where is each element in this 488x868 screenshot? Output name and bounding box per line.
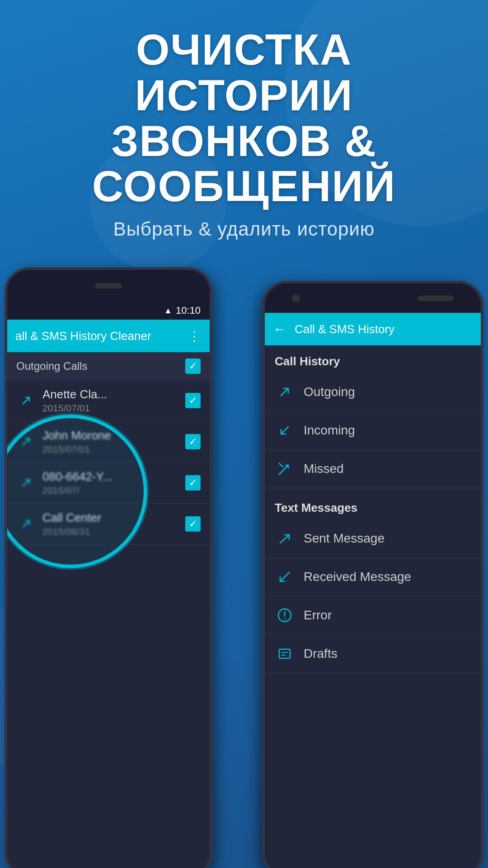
phones-container: ▲ 10:10 all & SMS History Cleaner ⋮ Outg… [0, 254, 488, 868]
svg-rect-4 [279, 649, 290, 658]
text-messages-section: Text Messages [265, 492, 481, 519]
back-button[interactable]: ← [273, 321, 286, 337]
svg-line-0 [279, 463, 283, 467]
svg-point-3 [284, 618, 286, 620]
right-app-title: Call & SMS History [295, 322, 394, 336]
call-item-checkbox-4[interactable]: ✓ [185, 516, 201, 532]
time-display: 10:10 [176, 305, 201, 316]
call-item-checkbox-1[interactable]: ✓ [185, 393, 201, 408]
drafts-label: Drafts [304, 646, 338, 661]
main-title: ОЧИСТКА ИСТОРИИ ЗВОНКОВ & СООБЩЕНИЙ [23, 27, 465, 209]
sub-title: Выбрать & удалить историю [23, 218, 465, 240]
incoming-call-icon [275, 420, 295, 440]
camera-dot [292, 294, 300, 302]
outgoing-checkbox[interactable]: ✓ [185, 359, 201, 374]
menu-item-outgoing[interactable]: Outgoing [265, 373, 481, 411]
menu-item-received[interactable]: Received Message [265, 558, 481, 596]
outgoing-label-right: Outgoing [304, 385, 355, 399]
menu-item-error[interactable]: Error [265, 596, 481, 635]
right-app-bar: ← Call & SMS History [265, 313, 481, 345]
signal-icon: ▲ [164, 306, 172, 316]
drafts-icon [275, 644, 295, 664]
missed-call-icon [275, 459, 295, 479]
left-phone: ▲ 10:10 all & SMS History Cleaner ⋮ Outg… [5, 267, 212, 868]
menu-item-missed[interactable]: Missed [265, 450, 481, 488]
outgoing-section-header: Outgoing Calls ✓ [7, 352, 210, 380]
dots-menu-button[interactable]: ⋮ [188, 329, 202, 344]
right-phone-content: Call History Outgoing Incoming [265, 345, 481, 868]
outgoing-label: Outgoing Calls [16, 360, 87, 373]
sent-message-label: Sent Message [304, 531, 385, 546]
received-message-label: Received Message [304, 570, 411, 584]
left-status-bar: ▲ 10:10 [7, 302, 210, 320]
error-label: Error [304, 608, 332, 623]
right-phone: ← Call & SMS History Call History Outgoi… [262, 281, 483, 868]
magnifier-inner [5, 418, 144, 565]
call-item-name-1: Anette Cla... [42, 387, 185, 401]
menu-item-incoming[interactable]: Incoming [265, 411, 481, 450]
missed-label-right: Missed [304, 462, 344, 476]
call-item-1[interactable]: Anette Cla... 2015/07/01 ✓ [7, 380, 210, 421]
menu-item-sent[interactable]: Sent Message [265, 519, 481, 558]
right-phone-top [265, 283, 481, 313]
outgoing-call-icon [275, 382, 295, 402]
incoming-label-right: Incoming [304, 423, 355, 438]
call-item-date-1: 2015/07/01 [42, 403, 185, 414]
left-app-bar: all & SMS History Cleaner ⋮ [7, 320, 210, 352]
call-history-section: Call History [265, 345, 481, 373]
left-phone-speaker [95, 283, 122, 288]
error-icon [275, 605, 295, 625]
left-phone-top [7, 270, 210, 302]
magnifier-overlay [5, 415, 147, 568]
sent-message-icon [275, 528, 295, 548]
text-messages-label: Text Messages [275, 501, 357, 514]
received-message-icon [275, 567, 295, 587]
call-item-checkbox-2[interactable]: ✓ [185, 434, 201, 449]
menu-item-drafts[interactable]: Drafts [265, 635, 481, 673]
call-icon-outgoing-1 [16, 391, 36, 410]
header-area: ОЧИСТКА ИСТОРИИ ЗВОНКОВ & СООБЩЕНИЙ Выбр… [0, 0, 488, 254]
left-app-title: all & SMS History Cleaner [15, 329, 151, 343]
right-phone-speaker [418, 296, 454, 301]
call-item-checkbox-3[interactable]: ✓ [185, 475, 201, 491]
call-item-text-1: Anette Cla... 2015/07/01 [42, 387, 185, 414]
